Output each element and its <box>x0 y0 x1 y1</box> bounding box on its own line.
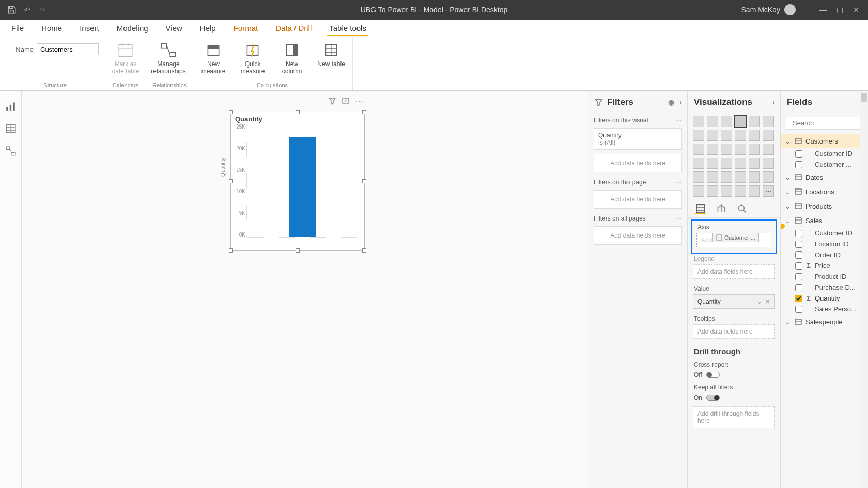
add-visual-filter-well[interactable]: Add data fields here <box>594 154 682 172</box>
viz-more-icon[interactable]: ⋯ <box>763 185 774 197</box>
new-measure-button[interactable]: New measure <box>197 40 229 75</box>
maximize-icon[interactable]: ▢ <box>835 5 844 14</box>
viz-clustered-bar-icon[interactable] <box>721 116 732 127</box>
viz-pie-icon[interactable] <box>735 144 746 155</box>
more-options-icon[interactable]: ⋯ <box>355 97 364 107</box>
field-location-id[interactable]: Location ID <box>781 239 868 249</box>
user-account[interactable]: Sam McKay <box>741 4 796 15</box>
field-sales-person[interactable]: Sales Perso... <box>781 304 868 314</box>
viz-line-clustered-column-icon[interactable] <box>749 130 760 141</box>
field-product-id[interactable]: Product ID <box>781 271 868 282</box>
quick-measure-button[interactable]: Quick measure <box>237 40 269 75</box>
viz-card-icon[interactable] <box>749 158 760 169</box>
table-products[interactable]: ⌄Products <box>781 199 868 213</box>
viz-r-icon[interactable] <box>749 171 760 183</box>
focus-mode-icon[interactable] <box>342 97 350 107</box>
remove-icon[interactable]: ✕ <box>765 298 770 305</box>
viz-decomposition-tree-icon[interactable] <box>707 185 718 197</box>
section-more-icon[interactable]: ⋯ <box>676 117 682 124</box>
field-customer-id[interactable]: Customer ID <box>781 148 868 159</box>
field-purchase-date[interactable]: Purchase D... <box>781 282 868 293</box>
viz-shape-map-icon[interactable] <box>721 158 732 169</box>
keep-filters-toggle[interactable]: On <box>688 392 780 403</box>
filter-icon[interactable] <box>328 97 336 107</box>
manage-relationships-button[interactable]: Manage relationships <box>152 40 184 75</box>
table-dates[interactable]: ⌄Dates <box>781 170 868 184</box>
viz-100-stacked-column-icon[interactable] <box>763 116 774 127</box>
menu-help[interactable]: Help <box>198 21 218 36</box>
section-more-icon[interactable]: ⋯ <box>676 215 682 222</box>
menu-file[interactable]: File <box>9 21 26 36</box>
viz-treemap-icon[interactable] <box>763 144 774 155</box>
save-icon[interactable] <box>7 5 17 14</box>
table-salespeople[interactable]: ⌄Salespeople <box>781 314 868 329</box>
new-column-button[interactable]: New column <box>276 40 308 75</box>
undo-icon[interactable]: ↶ <box>23 5 32 14</box>
menu-table-tools[interactable]: Table tools <box>327 21 368 36</box>
chevron-down-icon[interactable]: ⌄ <box>757 298 762 305</box>
viz-matrix-icon[interactable] <box>735 171 746 183</box>
report-canvas[interactable]: ⋯ Quantity Quantity 25K 20K 15K 10K 5K 0… <box>22 91 588 488</box>
viz-table-icon[interactable] <box>721 171 732 183</box>
menu-insert[interactable]: Insert <box>78 21 101 36</box>
viz-stacked-column-icon[interactable] <box>707 116 718 127</box>
viz-multi-row-card-icon[interactable] <box>763 158 774 169</box>
field-sales-customer-id[interactable]: Customer ID <box>781 228 868 239</box>
menu-data-drill[interactable]: Data / Drill <box>273 21 314 36</box>
close-icon[interactable]: ✕ <box>851 5 861 14</box>
viz-paginated-icon[interactable] <box>749 185 760 197</box>
section-more-icon[interactable]: ⋯ <box>676 179 682 186</box>
viz-stacked-area-icon[interactable] <box>721 130 732 141</box>
viz-gauge-icon[interactable] <box>735 158 746 169</box>
collapse-pane-icon[interactable]: › <box>772 98 775 106</box>
report-view-icon[interactable] <box>5 100 17 112</box>
minimize-icon[interactable]: — <box>818 5 828 14</box>
viz-line-icon[interactable] <box>693 130 704 141</box>
collapse-pane-icon[interactable]: › <box>679 98 682 106</box>
viz-waterfall-icon[interactable] <box>693 144 704 155</box>
viz-ribbon-icon[interactable] <box>763 130 774 141</box>
menu-format[interactable]: Format <box>231 21 260 36</box>
viz-line-stacked-column-icon[interactable] <box>735 130 746 141</box>
viz-donut-icon[interactable] <box>749 144 760 155</box>
menu-view[interactable]: View <box>164 21 184 36</box>
viz-funnel-icon[interactable] <box>707 144 718 155</box>
add-page-filter-well[interactable]: Add data fields here <box>594 190 682 209</box>
model-view-icon[interactable] <box>5 146 17 157</box>
cross-report-toggle[interactable]: Off <box>688 369 780 381</box>
viz-clustered-column-icon[interactable] <box>735 116 746 127</box>
viz-key-influencers-icon[interactable] <box>693 185 704 197</box>
viz-qa-icon[interactable] <box>721 185 732 197</box>
viz-scatter-icon[interactable] <box>721 144 732 155</box>
table-sales[interactable]: ⌄ Sales <box>781 213 868 228</box>
fields-search-input[interactable] <box>793 119 868 127</box>
format-tab-icon[interactable] <box>716 203 727 214</box>
viz-smart-narrative-icon[interactable] <box>735 185 746 197</box>
drill-through-drop-well[interactable]: Add drill-through fields here <box>693 406 775 428</box>
redo-icon[interactable]: ↷ <box>38 5 48 14</box>
viz-100-stacked-bar-icon[interactable] <box>749 116 760 127</box>
data-view-icon[interactable] <box>5 123 17 134</box>
value-chip-quantity[interactable]: Quantity ⌄✕ <box>693 294 775 309</box>
viz-slicer-icon[interactable] <box>707 171 718 183</box>
add-all-filter-well[interactable]: Add data fields here <box>594 226 682 245</box>
viz-kpi-icon[interactable] <box>693 171 704 183</box>
tooltips-drop-well[interactable]: Add data fields here <box>693 324 775 339</box>
field-price[interactable]: ΣPrice <box>781 260 868 271</box>
field-quantity[interactable]: ΣQuantity <box>781 293 868 304</box>
fields-tab-icon[interactable] <box>695 203 706 214</box>
viz-python-icon[interactable] <box>763 171 774 183</box>
viz-filled-map-icon[interactable] <box>707 158 718 169</box>
viz-stacked-bar-icon[interactable] <box>693 116 704 127</box>
menu-modeling[interactable]: Modeling <box>115 21 150 36</box>
show-filters-icon[interactable]: ◉ <box>668 98 674 106</box>
fields-search[interactable] <box>786 117 863 130</box>
viz-area-icon[interactable] <box>707 130 718 141</box>
field-order-id[interactable]: Order ID <box>781 249 868 260</box>
table-locations[interactable]: ⌄Locations <box>781 184 868 199</box>
filter-chip-quantity[interactable]: Quantity is (All) <box>594 128 682 150</box>
table-customers[interactable]: ⌄ Customers <box>781 134 868 148</box>
viz-map-icon[interactable] <box>693 158 704 169</box>
scrollbar-thumb[interactable] <box>861 93 867 102</box>
vertical-scrollbar[interactable] <box>860 91 868 488</box>
